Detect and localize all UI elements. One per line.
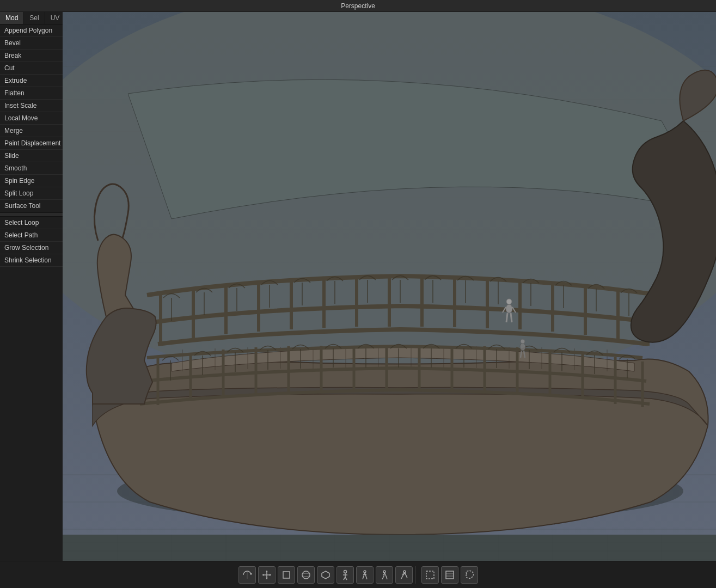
pose-tool-btn[interactable] xyxy=(356,566,374,584)
menu-local-move[interactable]: Local Move xyxy=(0,112,63,125)
walk-tool-btn[interactable] xyxy=(376,566,393,584)
poly-tool-btn[interactable] xyxy=(317,566,334,584)
svg-marker-91 xyxy=(262,574,264,576)
svg-point-102 xyxy=(364,571,366,573)
bottom-toolbar xyxy=(0,561,716,588)
select-circle-btn[interactable] xyxy=(441,566,458,584)
viewport[interactable] xyxy=(63,12,716,561)
svg-point-104 xyxy=(403,571,406,573)
menu-smooth[interactable]: Smooth xyxy=(0,162,63,175)
svg-marker-85 xyxy=(250,573,252,575)
toolbar-separator-1 xyxy=(415,566,419,584)
svg-marker-89 xyxy=(266,571,268,572)
svg-line-101 xyxy=(345,577,347,580)
menu-shrink-selection[interactable]: Shrink Selection xyxy=(0,254,63,267)
svg-marker-96 xyxy=(322,571,329,579)
rotate-tool-btn[interactable] xyxy=(238,566,256,584)
sphere-tool-btn[interactable] xyxy=(297,566,315,584)
menu-inset-scale[interactable]: Inset Scale xyxy=(0,100,63,112)
menu-slide[interactable]: Slide xyxy=(0,150,63,162)
svg-point-94 xyxy=(302,571,310,579)
menu-grow-selection[interactable]: Grow Selection xyxy=(0,242,63,254)
translate-tool-btn[interactable] xyxy=(258,566,276,584)
menu-extrude[interactable]: Extrude xyxy=(0,75,63,87)
menu-cut[interactable]: Cut xyxy=(0,62,63,75)
menu-split-loop[interactable]: Split Loop xyxy=(0,187,63,200)
figure-tool-btn[interactable] xyxy=(336,566,354,584)
svg-point-60 xyxy=(506,304,512,313)
svg-rect-106 xyxy=(446,571,454,579)
svg-line-62 xyxy=(506,313,507,322)
main-layout: Mod Sel UV Append Polygon Bevel Break Cu… xyxy=(0,12,716,561)
select-rect-btn[interactable] xyxy=(421,566,439,584)
menu-separator xyxy=(0,212,63,217)
run-tool-btn[interactable] xyxy=(395,566,413,584)
viewport-title: Perspective xyxy=(341,2,375,10)
svg-point-67 xyxy=(521,339,525,344)
svg-rect-93 xyxy=(283,572,290,578)
tab-row: Mod Sel UV xyxy=(0,12,63,24)
menu-spin-edge[interactable]: Spin Edge xyxy=(0,175,63,187)
svg-point-95 xyxy=(302,573,310,577)
svg-line-100 xyxy=(344,577,345,580)
menu-break[interactable]: Break xyxy=(0,50,63,62)
select-lasso-btn[interactable] xyxy=(461,566,478,584)
svg-marker-90 xyxy=(266,578,268,579)
svg-line-63 xyxy=(511,313,512,322)
svg-point-103 xyxy=(383,571,385,573)
top-bar: Perspective xyxy=(0,0,716,12)
svg-marker-92 xyxy=(270,574,271,576)
svg-rect-105 xyxy=(426,571,434,579)
menu-surface-tool[interactable]: Surface Tool xyxy=(0,200,63,212)
svg-point-97 xyxy=(344,570,346,573)
box-tool-btn[interactable] xyxy=(278,566,295,584)
menu-flatten[interactable]: Flatten xyxy=(0,87,63,100)
menu-select-path[interactable]: Select Path xyxy=(0,229,63,242)
menu-paint-displacement[interactable]: Paint Displacement xyxy=(0,137,63,150)
menu-append-polygon[interactable]: Append Polygon xyxy=(0,24,63,37)
menu-select-loop[interactable]: Select Loop xyxy=(0,217,63,229)
tab-mod[interactable]: Mod xyxy=(0,12,24,24)
menu-bevel[interactable]: Bevel xyxy=(0,37,63,50)
left-panel: Mod Sel UV Append Polygon Bevel Break Cu… xyxy=(0,12,63,561)
viewport-scene xyxy=(63,12,716,561)
svg-point-66 xyxy=(520,343,525,351)
svg-point-61 xyxy=(506,299,512,304)
tab-sel[interactable]: Sel xyxy=(24,12,45,24)
menu-merge[interactable]: Merge xyxy=(0,125,63,137)
